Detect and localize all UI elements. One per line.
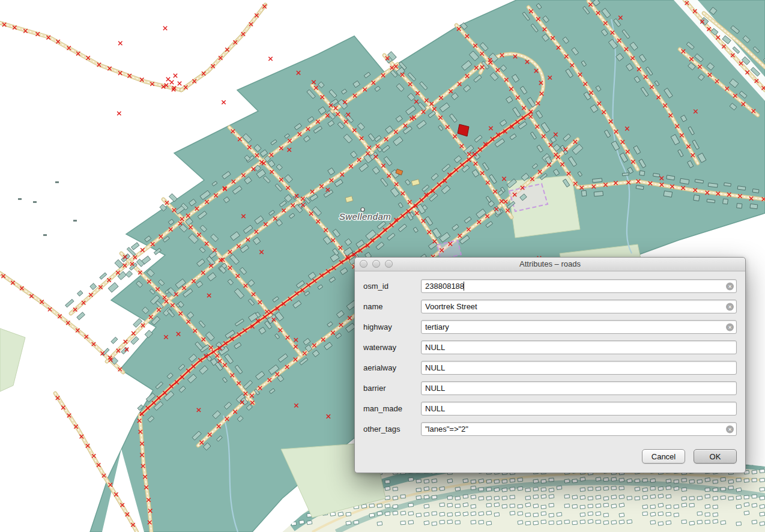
clear-icon[interactable]: ✕ (726, 303, 734, 310)
field-input-man_made[interactable] (421, 402, 737, 416)
field-label-aerialway: aerialway (363, 363, 416, 372)
field-label-waterway: waterway (363, 343, 416, 352)
place-label: Swellendam (339, 211, 392, 222)
zoom-button[interactable] (385, 260, 393, 268)
field-label-name: name (363, 302, 416, 311)
field-label-man_made: man_made (363, 404, 416, 413)
text-caret (464, 282, 464, 291)
field-input-highway[interactable] (421, 320, 737, 334)
field-row: barrier ✕ (363, 381, 737, 395)
field-input-barrier[interactable] (421, 381, 737, 395)
field-row: man_made ✕ (363, 402, 737, 416)
clear-icon[interactable]: ✕ (726, 282, 734, 290)
field-row: highway ✕ (363, 320, 737, 334)
field-input-osm_id[interactable] (421, 279, 737, 293)
close-button[interactable] (360, 260, 367, 268)
field-input-other_tags[interactable] (421, 422, 737, 436)
field-label-highway: highway (363, 322, 416, 331)
clear-icon[interactable]: ✕ (726, 323, 734, 331)
window-controls (360, 260, 393, 268)
dialog-titlebar[interactable]: Attributes – roads (355, 258, 745, 271)
dialog-buttons: Cancel OK (363, 449, 737, 464)
field-row: aerialway ✕ (363, 361, 737, 375)
minimize-button[interactable] (372, 260, 380, 268)
attributes-dialog: Attributes – roads osm_id ✕ name ✕ highw… (354, 257, 746, 473)
dialog-body: osm_id ✕ name ✕ highway ✕ waterway ✕ aer… (355, 271, 745, 473)
clear-icon[interactable]: ✕ (726, 425, 734, 433)
field-label-osm_id: osm_id (363, 282, 416, 291)
field-input-name[interactable] (421, 300, 737, 313)
field-rows: osm_id ✕ name ✕ highway ✕ waterway ✕ aer… (363, 279, 737, 436)
field-label-other_tags: other_tags (363, 425, 416, 434)
ok-button[interactable]: OK (694, 449, 737, 464)
field-input-aerialway[interactable] (421, 361, 737, 375)
field-row: waterway ✕ (363, 340, 737, 354)
field-row: other_tags ✕ (363, 422, 737, 436)
field-row: osm_id ✕ (363, 279, 737, 293)
field-input-waterway[interactable] (421, 340, 737, 354)
field-label-barrier: barrier (363, 384, 416, 393)
dialog-title: Attributes – roads (519, 259, 581, 268)
field-row: name ✕ (363, 300, 737, 313)
cancel-button[interactable]: Cancel (642, 449, 685, 464)
